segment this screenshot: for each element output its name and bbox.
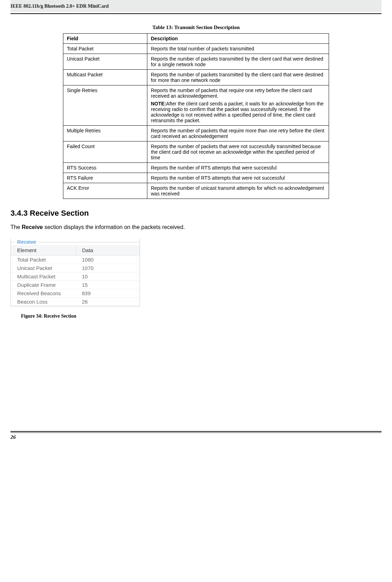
fieldset-top: Receive: [11, 239, 140, 245]
fieldset-line-right: [38, 242, 140, 242]
receive-legend: Receive: [16, 239, 37, 245]
cell-field: Total Packet: [63, 44, 147, 54]
list-item[interactable]: Beacon Loss 26: [11, 298, 140, 306]
cell-data: 839: [76, 289, 140, 298]
note-text: After the client card sends a packet, it…: [151, 101, 323, 123]
table-row: Total Packet Reports the total number of…: [63, 44, 329, 54]
cell-desc: Reports the number of RTS attempts that …: [147, 173, 329, 183]
table-row: RTS Failure Reports the number of RTS at…: [63, 173, 329, 183]
col-header-description: Description: [147, 34, 329, 44]
cell-element: Duplicate Frame: [11, 281, 76, 289]
col-header-data[interactable]: Data: [76, 245, 140, 256]
table-row: ACK Error Reports the number of unicast …: [63, 183, 329, 199]
cell-desc: Reports the total number of packets tran…: [147, 44, 329, 54]
figure-caption: Figure 34: Receive Section: [21, 313, 382, 319]
list-item[interactable]: Total Packet 1080: [11, 256, 140, 264]
document-title: IEEE 802.11b/g Bluetooth 2.0+ EDR MiniCa…: [10, 4, 382, 9]
desc-line: Reports the number of packets that requi…: [151, 88, 325, 99]
section-text: The Receive section displays the informa…: [10, 224, 382, 230]
cell-data: 1080: [76, 256, 140, 264]
table-row: Multiple Retries Reports the number of p…: [63, 126, 329, 141]
cell-desc: Reports the number of packets that requi…: [147, 85, 329, 126]
cell-data: 15: [76, 281, 140, 289]
page-number: 26: [10, 434, 382, 440]
cell-element: Multicast Packet: [11, 272, 76, 281]
cell-field: ACK Error: [63, 183, 147, 199]
receive-table: Element Data Total Packet 1080 Unicast P…: [11, 245, 140, 306]
text-suffix: section displays the information on the …: [43, 224, 185, 230]
cell-field: Multiple Retries: [63, 126, 147, 141]
document-header: IEEE 802.11b/g Bluetooth 2.0+ EDR MiniCa…: [10, 0, 382, 12]
note-label: NOTE:: [151, 101, 166, 106]
cell-field: Unicast Packet: [63, 54, 147, 70]
cell-field: RTS Success: [63, 163, 147, 173]
table-row: RTS Success Reports the number of RTS at…: [63, 163, 329, 173]
list-item[interactable]: Unicast Packet 1070: [11, 264, 140, 272]
table-header-row: Field Description: [63, 34, 329, 44]
cell-field: Single Retries: [63, 85, 147, 126]
col-header-field: Field: [63, 34, 147, 44]
table-row: Unicast Packet Reports the number of pac…: [63, 54, 329, 70]
receive-header-row: Element Data: [11, 245, 140, 256]
cell-desc: Reports the number of packets transmitte…: [147, 54, 329, 70]
text-bold: Receive: [22, 224, 43, 230]
cell-data: 1070: [76, 264, 140, 272]
cell-element: Beacon Loss: [11, 298, 76, 306]
cell-desc: Reports the number of RTS attempts that …: [147, 163, 329, 173]
text-prefix: The: [10, 224, 22, 230]
cell-field: Multicast Packet: [63, 70, 147, 85]
list-item[interactable]: Received Beacons 839: [11, 289, 140, 298]
cell-element: Received Beacons: [11, 289, 76, 298]
cell-data: 10: [76, 272, 140, 281]
table-caption: Table 13: Transmit Section Description: [10, 25, 382, 30]
cell-desc: Reports the number of packets that were …: [147, 141, 329, 163]
cell-field: Failed Count: [63, 141, 147, 163]
cell-desc: Reports the number of unicast transmit a…: [147, 183, 329, 199]
header-rule: [10, 13, 382, 14]
table-row: Multicast Packet Reports the number of p…: [63, 70, 329, 85]
table-row: Failed Count Reports the number of packe…: [63, 141, 329, 163]
cell-element: Unicast Packet: [11, 264, 76, 272]
cell-desc: Reports the number of packets transmitte…: [147, 70, 329, 85]
cell-data: 26: [76, 298, 140, 306]
col-header-element[interactable]: Element: [11, 245, 76, 256]
list-item[interactable]: Multicast Packet 10: [11, 272, 140, 281]
table-row: Single Retries Reports the number of pac…: [63, 85, 329, 126]
section-heading: 3.4.3 Receive Section: [10, 209, 382, 218]
fieldset-line-left: [11, 242, 14, 242]
footer-rule-thin: [10, 432, 382, 433]
desc-note: NOTE:After the client card sends a packe…: [151, 101, 325, 123]
cell-field: RTS Failure: [63, 173, 147, 183]
cell-element: Total Packet: [11, 256, 76, 264]
transmit-description-table: Field Description Total Packet Reports t…: [63, 33, 329, 199]
receive-panel: Receive Element Data Total Packet 1080 U…: [10, 239, 140, 306]
list-item[interactable]: Duplicate Frame 15: [11, 281, 140, 289]
cell-desc: Reports the number of packets that requi…: [147, 126, 329, 141]
footer-rule-thick: [10, 431, 382, 432]
